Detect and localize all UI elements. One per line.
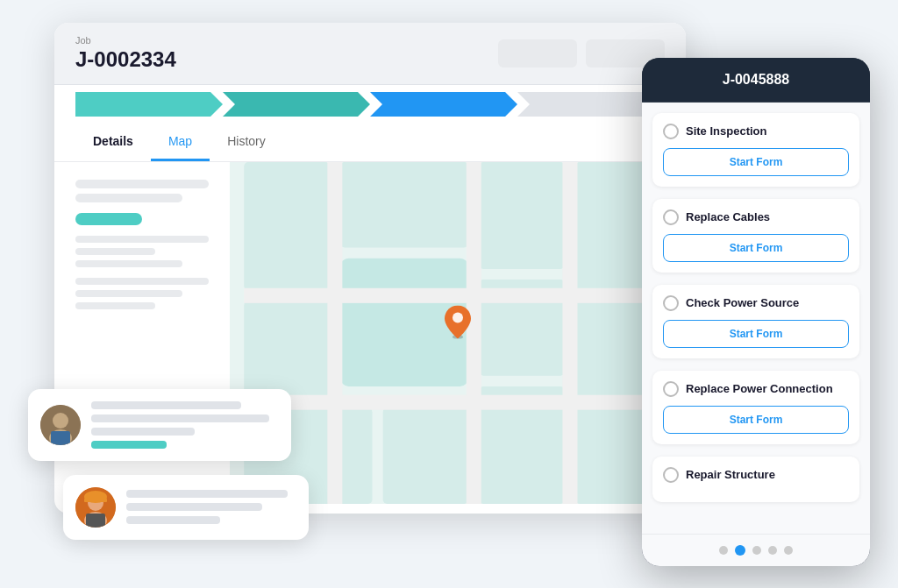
- tab-map[interactable]: Map: [151, 124, 210, 161]
- pagination-dot-3[interactable]: [752, 546, 761, 555]
- tab-history[interactable]: History: [210, 124, 283, 161]
- form-item-5-header: Repair Structure: [663, 467, 849, 483]
- svg-point-25: [53, 413, 68, 429]
- scene: Job J-0002334: [28, 23, 870, 566]
- radio-replace-cables[interactable]: [663, 209, 679, 225]
- form-item-1-label: Site Inspection: [686, 124, 766, 138]
- mobile-header: J-0045888: [642, 58, 870, 103]
- radio-replace-power[interactable]: [663, 381, 679, 397]
- user-line-1b: [91, 414, 269, 422]
- header-buttons: [498, 39, 665, 67]
- svg-rect-27: [51, 431, 70, 445]
- form-item-1: Site Inspection Start Form: [652, 113, 859, 187]
- avatar-2-image: [75, 487, 116, 528]
- form-item-1-header: Site Inspection: [663, 124, 849, 139]
- user-line-1d: [91, 441, 167, 449]
- svg-rect-33: [86, 514, 105, 528]
- start-form-btn-1[interactable]: Start Form: [663, 148, 849, 176]
- pagination-dot-5[interactable]: [784, 546, 793, 555]
- user-line-2c: [126, 516, 220, 524]
- mobile-card: J-0045888 Site Inspection Start Form Rep…: [642, 58, 870, 566]
- line-green: [75, 213, 142, 225]
- form-item-5: Repair Structure: [652, 457, 859, 502]
- line-group-1: [75, 180, 209, 202]
- pagination-dot-2[interactable]: [735, 545, 745, 556]
- user-card-1: [28, 389, 291, 461]
- user-line-1c: [91, 428, 195, 436]
- progress-bar: [54, 85, 686, 124]
- pagination-dot-4[interactable]: [768, 546, 777, 555]
- user-line-1a: [91, 401, 241, 409]
- svg-point-23: [453, 312, 463, 322]
- job-info: Job J-0002334: [75, 35, 176, 72]
- svg-rect-10: [244, 301, 330, 397]
- svg-rect-14: [383, 407, 469, 504]
- progress-step-3[interactable]: [370, 92, 517, 117]
- job-label: Job: [75, 35, 176, 46]
- svg-rect-6: [340, 162, 468, 248]
- progress-step-1[interactable]: [75, 92, 223, 117]
- form-item-4: Replace Power Connection Start Form: [652, 371, 859, 444]
- form-item-4-header: Replace Power Connection: [663, 381, 849, 397]
- mobile-body: Site Inspection Start Form Replace Cable…: [642, 103, 870, 534]
- line-6: [75, 278, 209, 285]
- form-item-3-label: Check Power Source: [686, 296, 799, 309]
- svg-marker-0: [75, 92, 223, 117]
- form-item-3-header: Check Power Source: [663, 295, 849, 311]
- avatar-1-image: [40, 405, 81, 445]
- line-8: [75, 302, 155, 309]
- radio-check-power[interactable]: [663, 295, 679, 311]
- avatar-1: [40, 405, 81, 445]
- radio-site-inspection[interactable]: [663, 124, 679, 139]
- line-2: [75, 194, 182, 202]
- svg-rect-21: [562, 162, 577, 504]
- job-number: J-0002334: [75, 47, 176, 71]
- avatar-2: [75, 487, 116, 528]
- line-group-3: [75, 278, 209, 309]
- form-item-5-label: Repair Structure: [686, 468, 775, 481]
- form-item-3: Check Power Source Start Form: [652, 285, 859, 358]
- line-3: [75, 236, 209, 243]
- line-1: [75, 180, 209, 188]
- svg-rect-5: [244, 162, 330, 290]
- start-form-btn-3[interactable]: Start Form: [663, 320, 849, 348]
- form-item-2-header: Replace Cables: [663, 209, 849, 225]
- svg-rect-7: [479, 162, 565, 269]
- job-header: Job J-0002334: [54, 23, 686, 85]
- user-line-2b: [126, 503, 262, 511]
- user-lines-1: [91, 401, 279, 449]
- start-form-btn-2[interactable]: Start Form: [663, 234, 849, 262]
- svg-rect-18: [244, 394, 672, 409]
- mobile-footer: [642, 534, 870, 566]
- pagination-dot-1[interactable]: [719, 546, 728, 555]
- tab-details[interactable]: Details: [75, 124, 151, 161]
- user-card-2: [63, 475, 309, 540]
- svg-rect-17: [244, 287, 672, 302]
- user-lines-2: [126, 490, 296, 524]
- line-group-2: [75, 236, 209, 267]
- mobile-job-number: J-0045888: [723, 72, 790, 87]
- header-btn-1[interactable]: [498, 39, 577, 67]
- svg-rect-32: [84, 499, 107, 502]
- user-line-2a: [126, 490, 288, 498]
- radio-repair-structure[interactable]: [663, 467, 679, 483]
- svg-marker-1: [223, 92, 370, 117]
- svg-rect-19: [327, 162, 342, 504]
- progress-step-2[interactable]: [223, 92, 370, 117]
- svg-marker-2: [370, 92, 517, 117]
- map-area: [230, 162, 686, 504]
- start-form-btn-4[interactable]: Start Form: [663, 406, 849, 434]
- form-item-4-label: Replace Power Connection: [686, 382, 833, 395]
- map-pin: [445, 305, 471, 344]
- line-5: [75, 260, 182, 267]
- form-item-2: Replace Cables Start Form: [652, 199, 859, 273]
- line-7: [75, 290, 182, 297]
- line-4: [75, 248, 155, 255]
- tabs: Details Map History: [54, 124, 686, 162]
- form-item-2-label: Replace Cables: [686, 210, 770, 223]
